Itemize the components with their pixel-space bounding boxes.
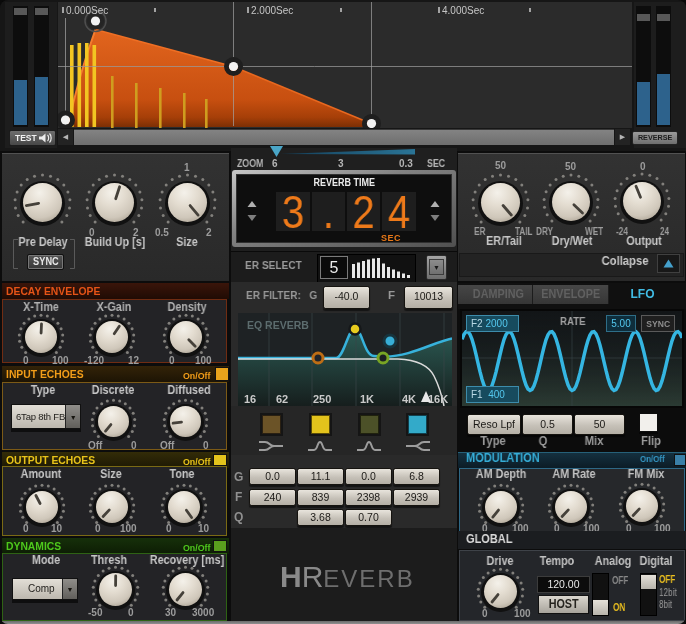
svg-text:EQ REVERB: EQ REVERB [247, 319, 309, 331]
svg-text:62: 62 [276, 393, 288, 405]
svg-text:250: 250 [313, 393, 331, 405]
svg-text:4K: 4K [402, 393, 416, 405]
svg-text:16: 16 [244, 393, 256, 405]
svg-text:1K: 1K [360, 393, 374, 405]
svg-text:16K: 16K [428, 393, 448, 405]
